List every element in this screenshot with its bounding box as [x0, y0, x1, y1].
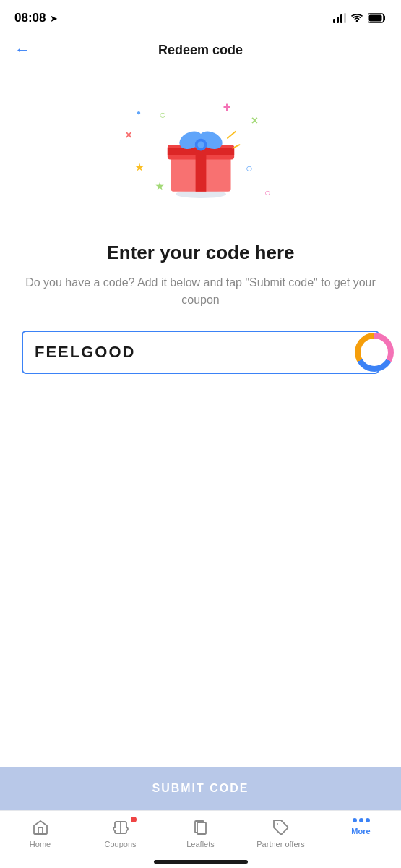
- nav-item-more[interactable]: More: [321, 818, 401, 835]
- svg-rect-0: [333, 19, 335, 23]
- decor-x-2: ×: [251, 114, 258, 127]
- nav-item-coupons[interactable]: Coupons: [80, 818, 160, 848]
- svg-line-16: [227, 132, 235, 138]
- subtitle: Do you have a code? Add it below and tap…: [22, 274, 379, 309]
- code-input[interactable]: [22, 331, 379, 374]
- page-title: Redeem code: [14, 43, 387, 58]
- status-bar: 08:08 ➤: [0, 0, 401, 32]
- more-dots-icon: [353, 818, 370, 822]
- decor-circle-2: ○: [246, 162, 253, 175]
- more-label: More: [351, 827, 370, 835]
- decor-x-1: ×: [126, 129, 132, 142]
- bottom-nav: Home Coupons Leaflets: [0, 810, 401, 868]
- illustration-area: ○ + × ★ ● × ○ ○ ★: [107, 82, 295, 227]
- svg-rect-1: [337, 17, 339, 23]
- svg-point-4: [356, 20, 358, 22]
- submit-button-area: SUBMIT CODE: [0, 767, 401, 810]
- svg-rect-6: [369, 15, 382, 22]
- svg-rect-20: [197, 822, 206, 834]
- status-icons: [333, 13, 387, 23]
- leaflets-label: Leaflets: [186, 840, 215, 848]
- nav-item-partner-offers[interactable]: Partner offers: [241, 818, 321, 848]
- nav-item-leaflets[interactable]: Leaflets: [160, 818, 241, 848]
- main-content: ○ + × ★ ● × ○ ○ ★: [0, 68, 401, 388]
- back-button[interactable]: ←: [14, 41, 30, 59]
- partner-offers-label: Partner offers: [256, 840, 304, 848]
- decor-circle-3: ○: [264, 187, 270, 198]
- header: ← Redeem code: [0, 32, 401, 68]
- svg-point-15: [197, 142, 204, 148]
- back-arrow-icon: ←: [14, 41, 30, 59]
- submit-code-button[interactable]: SUBMIT CODE: [0, 767, 401, 810]
- coupons-badge: [131, 817, 137, 822]
- home-indicator: [154, 860, 248, 864]
- coupons-label: Coupons: [104, 840, 136, 848]
- location-arrow-icon: ➤: [50, 13, 58, 24]
- gift-box-icon: [158, 111, 244, 198]
- battery-icon: [368, 13, 387, 23]
- coupon-icon: [111, 818, 130, 837]
- home-icon: [31, 818, 50, 837]
- leaflets-icon: [191, 818, 210, 837]
- decor-dot-1: ●: [137, 109, 141, 116]
- status-time: 08:08: [14, 11, 46, 25]
- partner-offers-icon: [272, 818, 290, 837]
- svg-rect-2: [340, 14, 342, 23]
- signal-icon: [333, 13, 346, 23]
- svg-rect-3: [344, 13, 346, 23]
- spinner-ring: [355, 333, 394, 372]
- svg-rect-10: [195, 155, 206, 192]
- nav-item-home[interactable]: Home: [0, 818, 80, 848]
- wifi-icon: [350, 13, 363, 23]
- loading-spinner: [355, 333, 394, 372]
- main-title: Enter your code here: [106, 242, 294, 264]
- home-label: Home: [30, 840, 51, 848]
- decor-star-1: ★: [135, 162, 144, 173]
- code-input-wrapper: [22, 331, 379, 374]
